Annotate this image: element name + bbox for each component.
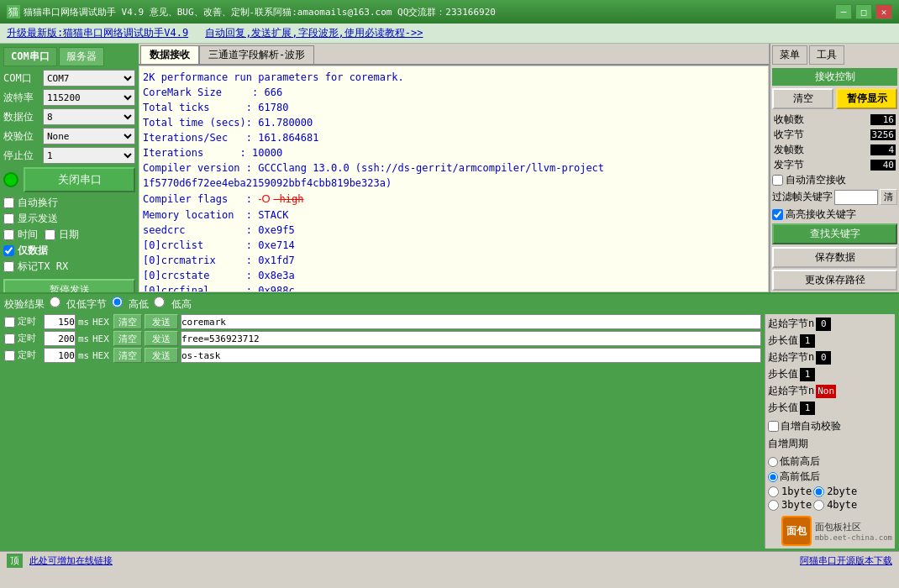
- send-btn-1[interactable]: 发送: [145, 314, 178, 329]
- minimize-button[interactable]: ─: [835, 4, 852, 19]
- auto-verify-cb-row: 自增自动校验: [768, 419, 892, 433]
- send-frames-row: 发帧数 4: [772, 143, 897, 157]
- low-before-high-radio[interactable]: [768, 457, 778, 467]
- display-line-14: [0]crcstate : 0x8e3a: [143, 268, 765, 283]
- clear-btn-2[interactable]: 清空: [113, 331, 142, 346]
- timer-label-3: 定时: [18, 349, 41, 361]
- tutorial-link[interactable]: 自动回复,发送扩展,字段波形,使用必读教程->>: [205, 26, 423, 40]
- kw-highlight-checkbox[interactable]: [772, 209, 783, 220]
- baud-rate-select[interactable]: 115200: [43, 89, 135, 106]
- high-low-radio[interactable]: [112, 297, 123, 307]
- send-input-3[interactable]: [181, 348, 761, 363]
- send-btn-2[interactable]: 发送: [145, 331, 178, 346]
- left-panel: COM串口 服务器 COM口 COM7 波特率 115200 数据位 8: [0, 44, 139, 292]
- send-input-1[interactable]: [181, 314, 761, 329]
- ms-label-3: ms: [78, 350, 90, 361]
- start-byte-3: 起始字节n Non: [768, 384, 836, 398]
- display-line-13: [0]crcmatrix : 0x1fd7: [143, 253, 765, 268]
- send-bytes-row: 发字节 40: [772, 158, 897, 172]
- send-row-3-checkbox[interactable]: [4, 350, 15, 361]
- low-byte-only-radio[interactable]: [50, 297, 60, 307]
- close-port-button[interactable]: 关闭串口: [24, 167, 135, 192]
- auto-verify-group: 起始字节n 0 步长值 1 起始字节n 0: [768, 317, 892, 546]
- send-rows-area: 定时 ms HEX 清空 发送 定时 ms HEX 清空 发送: [4, 314, 761, 549]
- timer-input-1[interactable]: [44, 314, 76, 329]
- tab-data-recv[interactable]: 数据接收: [140, 45, 199, 64]
- maximize-button[interactable]: □: [855, 4, 872, 19]
- time-date-row: 时间 日期: [3, 228, 135, 242]
- ms-label-1: ms: [78, 317, 90, 328]
- data-only-label: 仅数据: [18, 244, 48, 258]
- display-line-11: seedcrc : 0xe9f5: [143, 223, 765, 238]
- show-send-row: 显示发送: [3, 212, 135, 226]
- display-line-8: 1f5770d6f72ee4eba2159092bbf4cbb819be323a…: [143, 176, 765, 191]
- app-title: 猫猫串口网络调试助手 V4.9 意见、BUG、改善、定制-联系阿猫:amaoma…: [24, 6, 496, 18]
- timer-label-2: 定时: [18, 332, 41, 344]
- com-port-select[interactable]: COM7: [43, 70, 135, 87]
- change-path-button[interactable]: 更改保存路径: [772, 270, 897, 291]
- menu-tab-button[interactable]: 菜单: [772, 45, 807, 65]
- save-data-button[interactable]: 保存数据: [772, 247, 897, 268]
- step-1: 步长值 1: [768, 333, 836, 348]
- main-content: COM串口 服务器 COM口 COM7 波特率 115200 数据位 8: [0, 44, 899, 570]
- auto-clear-recv-checkbox[interactable]: [772, 175, 783, 186]
- hex-label-1: HEX: [92, 317, 111, 328]
- send-row-2-checkbox[interactable]: [4, 333, 15, 344]
- filter-clear-button[interactable]: 清: [880, 189, 897, 205]
- tab-server[interactable]: 服务器: [59, 47, 104, 66]
- high-before-low-radio[interactable]: [768, 472, 778, 482]
- parity-select[interactable]: None: [43, 128, 135, 144]
- display-line-7: Compiler version : GCCClang 13.0.0 (ssh:…: [143, 160, 765, 176]
- clear-btn-1[interactable]: 清空: [113, 314, 142, 329]
- 1byte-radio[interactable]: [768, 486, 779, 497]
- low-high-radio[interactable]: [154, 297, 165, 307]
- timer-input-2[interactable]: [44, 331, 76, 346]
- filter-label: 过滤帧关键字: [772, 190, 833, 204]
- send-right-panel: 起始字节n 0 步长值 1 起始字节n 0: [765, 314, 895, 549]
- search-kw-button[interactable]: 查找关键字: [772, 223, 897, 244]
- send-right-content: 起始字节n 0 步长值 1 起始字节n 0: [768, 317, 892, 546]
- stop-bits-row: 停止位 1: [3, 147, 135, 164]
- step-3: 步长值 1: [768, 401, 836, 415]
- tab-com-port[interactable]: COM串口: [3, 47, 57, 66]
- byte-count-group: 1byte 2byte 3byte: [768, 486, 892, 511]
- clear-recv-button[interactable]: 清空: [772, 88, 833, 109]
- middle-section: COM串口 服务器 COM口 COM7 波特率 115200 数据位 8: [0, 44, 899, 292]
- data-only-checkbox[interactable]: [3, 245, 14, 256]
- send-frames-label: 发帧数: [774, 143, 804, 157]
- show-send-label: 显示发送: [18, 212, 58, 226]
- stop-bits-select[interactable]: 1: [43, 147, 135, 164]
- send-input-2[interactable]: [181, 331, 761, 346]
- date-checkbox[interactable]: [45, 229, 55, 240]
- data-bits-select[interactable]: 8: [43, 108, 135, 125]
- timer-input-3[interactable]: [44, 348, 76, 363]
- window-controls: ─ □ ✕: [835, 4, 892, 19]
- 1byte-row: 1byte: [768, 486, 812, 497]
- show-send-checkbox[interactable]: [3, 213, 14, 224]
- auto-wrap-checkbox[interactable]: [3, 197, 14, 208]
- clear-btn-3[interactable]: 清空: [113, 348, 142, 363]
- filter-input[interactable]: [834, 190, 878, 205]
- 4byte-radio[interactable]: [813, 500, 824, 511]
- tab-3channel[interactable]: 三通道字段解析-波形: [199, 45, 314, 64]
- 3byte-radio[interactable]: [768, 500, 779, 511]
- low-before-high-label: 低前高后: [780, 454, 820, 469]
- col2: 自增自动校验 自增周期 低前高后: [768, 419, 892, 546]
- send-btn-3[interactable]: 发送: [145, 348, 178, 363]
- verify-result-label: 校验结果: [4, 297, 45, 312]
- data-display[interactable]: 2K performance run parameters for corema…: [139, 66, 769, 292]
- pause-recv-button[interactable]: 暂停显示: [836, 88, 897, 109]
- close-button[interactable]: ✕: [875, 4, 892, 19]
- auto-verify-checkbox[interactable]: [768, 421, 779, 432]
- time-checkbox[interactable]: [3, 229, 14, 240]
- send-row-1-checkbox[interactable]: [4, 317, 15, 328]
- start-byte-label-1: 起始字节n: [768, 317, 814, 331]
- logo-text-area: 面包板社区 mbb.eet-china.com: [815, 521, 892, 542]
- 2byte-radio[interactable]: [813, 486, 824, 497]
- upgrade-link[interactable]: 升级最新版:猫猫串口网络调试助手V4.9: [7, 26, 188, 40]
- parity-label: 校验位: [3, 129, 41, 144]
- add-link[interactable]: 此处可增加在线链接: [29, 554, 113, 567]
- open-source-link[interactable]: 阿猫串口开源版本下载: [800, 554, 892, 567]
- mark-txrx-checkbox[interactable]: [3, 261, 14, 272]
- tools-tab-button[interactable]: 工具: [809, 45, 844, 65]
